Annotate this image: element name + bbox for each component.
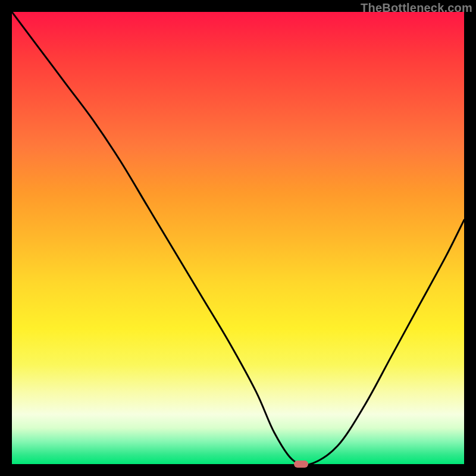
bottleneck-curve: [12, 12, 464, 464]
chart-container: TheBottleneck.com: [0, 0, 476, 476]
optimum-marker: [294, 461, 308, 468]
plot-area: [12, 12, 464, 464]
